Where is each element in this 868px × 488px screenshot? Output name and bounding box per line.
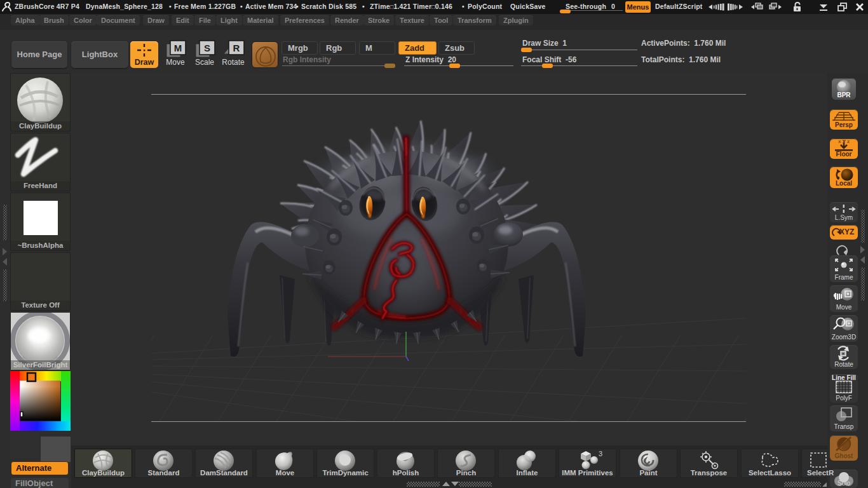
svg-text:R: R (233, 43, 240, 53)
svg-text:M: M (174, 43, 182, 53)
svg-text:3: 3 (599, 450, 602, 458)
svg-text:S: S (204, 43, 210, 53)
